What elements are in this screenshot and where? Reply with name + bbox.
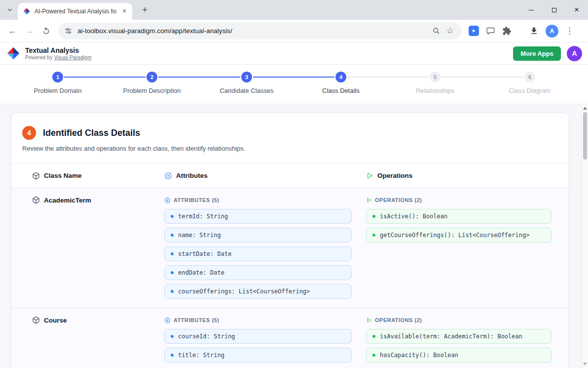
window-controls: × <box>520 0 588 20</box>
section-label-text: ATTRIBUTES (5) <box>174 197 219 203</box>
box-icon <box>32 196 40 204</box>
bookmark-star-icon[interactable]: ☆ <box>444 25 456 37</box>
browser-menu-kebab-icon[interactable]: ⋮ <box>565 26 574 36</box>
app-brand: Textual Analysis Powered by Visual Parad… <box>6 46 92 61</box>
bullet-dot <box>171 252 174 255</box>
box-icon <box>32 172 40 180</box>
step-circle[interactable]: 1 <box>52 72 63 82</box>
operation-text: isAvailable(term: AcademicTerm): Boolean <box>380 333 522 340</box>
bullet-dot <box>372 354 375 357</box>
extensions-puzzle-icon[interactable] <box>502 26 512 36</box>
attribute-chip: courseOfferings: List<CourseOffering> <box>164 284 352 299</box>
column-label: Class Name <box>44 172 82 179</box>
column-header-class-name: Class Name <box>32 172 164 180</box>
step-number-badge: 4 <box>22 126 36 140</box>
attribute-chip: endDate: Date <box>164 265 352 280</box>
table-header-row: Class Name Attributes Operations <box>11 164 569 188</box>
tab-close-icon[interactable]: × <box>120 7 128 15</box>
new-tab-button[interactable]: + <box>139 4 151 16</box>
step-circle[interactable]: 3 <box>241 72 252 82</box>
url-text[interactable]: ai-toolbox.visual-paradigm.com/app/textu… <box>77 27 428 35</box>
powered-by: Powered by Visual Paradigm <box>25 54 92 61</box>
step-circle[interactable]: 4 <box>335 72 346 82</box>
step-label: Candidate Classes <box>207 87 286 94</box>
column-label: Operations <box>377 172 412 179</box>
step-circle[interactable]: 6 <box>524 72 535 82</box>
tab-search-chevron-icon[interactable] <box>4 4 16 16</box>
step-circle[interactable]: 2 <box>147 72 157 82</box>
user-avatar[interactable]: A <box>567 46 582 61</box>
attribute-text: termId: String <box>178 213 228 220</box>
scrollbar-up-arrow[interactable] <box>583 107 587 110</box>
card-header: 4 Identified Class Details <box>11 113 569 140</box>
scrollbar-thumb[interactable] <box>583 112 587 160</box>
browser-tab[interactable]: AI-Powered Textual Analysis for × <box>18 3 132 20</box>
app-header: Textual Analysis Powered by Visual Parad… <box>0 42 588 65</box>
step-circle[interactable]: 5 <box>430 72 441 82</box>
step-label: Problem Description <box>112 87 191 94</box>
attributes-icon <box>164 197 171 204</box>
operation-chip: isAvailable(term: AcademicTerm): Boolean <box>366 329 551 344</box>
bullet-dot <box>372 234 375 237</box>
page-title: Identified Class Details <box>43 128 140 138</box>
browser-profile-avatar[interactable]: A <box>546 25 558 38</box>
zoom-icon[interactable] <box>430 25 442 37</box>
page-scrollbar[interactable] <box>582 104 588 368</box>
reload-button[interactable] <box>38 24 53 39</box>
class-name-cell: Course <box>32 316 164 324</box>
window-minimize-button[interactable] <box>520 0 543 20</box>
forward-button[interactable]: → <box>22 24 37 39</box>
bullet-dot <box>171 215 174 218</box>
attributes-icon <box>164 172 172 180</box>
bullet-dot <box>372 215 375 218</box>
site-settings-icon[interactable] <box>64 27 73 35</box>
operations-section-label: OPERATIONS (2) <box>366 316 569 324</box>
attribute-text: courseId: String <box>178 333 235 340</box>
extension-icon[interactable] <box>469 26 479 36</box>
bullet-dot <box>171 354 174 357</box>
attribute-chip: courseId: String <box>164 329 352 344</box>
bullet-dot <box>171 271 174 274</box>
operation-list: isActive(): Boolean getCourseOfferings()… <box>366 209 551 243</box>
attribute-text: title: String <box>178 352 224 359</box>
powered-by-text: Powered by <box>25 54 52 60</box>
browser-toolbar: ← → ai-toolbox.visual-paradigm.com/app/t… <box>0 20 588 42</box>
back-button[interactable]: ← <box>5 24 20 39</box>
page-content: 4 Identified Class Details Review the at… <box>0 104 588 368</box>
chat-bubble-icon[interactable] <box>486 26 495 36</box>
step-label: Relationships <box>396 87 475 94</box>
attributes-cell: ATTRIBUTES (5) courseId: String title: S… <box>164 316 366 363</box>
step-problem-domain[interactable]: 1 Problem Domain <box>18 72 97 94</box>
class-name-cell: AcademicTerm <box>32 196 164 204</box>
favicon-visual-paradigm <box>23 7 31 15</box>
window-maximize-button[interactable] <box>543 0 565 20</box>
wizard-stepper: 1 Problem Domain 2 Problem Description 3… <box>0 65 588 104</box>
attribute-chip: name: String <box>164 228 352 243</box>
step-relationships[interactable]: 5 Relationships <box>396 72 475 94</box>
operations-cell: OPERATIONS (2) isAvailable(term: Academi… <box>366 316 569 363</box>
more-apps-button[interactable]: More Apps <box>513 46 561 61</box>
operation-text: isActive(): Boolean <box>380 213 447 220</box>
step-class-details[interactable]: 4 Class Details <box>301 72 380 94</box>
attribute-chip: startDate: Date <box>164 246 352 261</box>
step-label: Class Details <box>301 87 380 94</box>
step-candidate-classes[interactable]: 3 Candidate Classes <box>207 72 286 94</box>
step-class-diagram[interactable]: 6 Class Diagram <box>490 72 569 94</box>
attributes-section-label: ATTRIBUTES (5) <box>164 316 366 324</box>
class-row-academicterm: AcademicTerm ATTRIBUTES (5) termId: Stri… <box>11 188 569 308</box>
operations-play-icon <box>366 317 372 323</box>
attributes-icon <box>164 317 171 324</box>
class-name: AcademicTerm <box>44 197 91 204</box>
attribute-text: startDate: Date <box>178 250 231 257</box>
visual-paradigm-link[interactable]: Visual Paradigm <box>54 54 91 60</box>
url-bar[interactable]: ai-toolbox.visual-paradigm.com/app/textu… <box>58 23 462 40</box>
scrollbar-down-arrow[interactable] <box>583 363 587 366</box>
step-problem-description[interactable]: 2 Problem Description <box>112 72 191 94</box>
operations-section-label: OPERATIONS (2) <box>366 196 569 204</box>
bullet-dot <box>171 234 174 237</box>
column-label: Attributes <box>176 172 208 179</box>
minimize-icon <box>529 10 534 10</box>
window-close-button[interactable]: × <box>565 0 588 20</box>
downloads-icon[interactable] <box>529 26 539 36</box>
class-name: Course <box>44 317 67 324</box>
